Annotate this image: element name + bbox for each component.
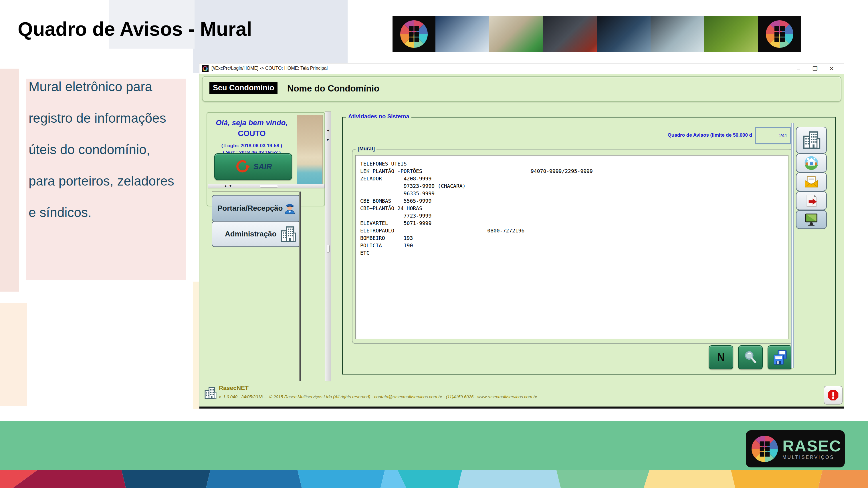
buildings-icon xyxy=(279,225,297,243)
save-button[interactable] xyxy=(768,345,792,369)
body-line: e síndicos. xyxy=(29,197,174,228)
rasec-ball-icon xyxy=(400,20,428,48)
splitter-right-icon[interactable]: ► xyxy=(325,137,331,141)
login-time: ( LogIn: 2018-06-03 19:58 ) xyxy=(207,143,297,149)
photo-cleaning xyxy=(489,16,543,52)
rasec-ball-icon xyxy=(766,20,793,48)
buildings-icon xyxy=(204,385,217,401)
toolbar-button-export[interactable] xyxy=(796,191,827,210)
mural-textarea[interactable]: TELEFONES UTEIS LEK PLANTÃO -PORTÕES 940… xyxy=(355,155,788,339)
condo-header: Seu Condomínio Nome do Condomínio xyxy=(202,76,841,102)
photo-security-guard xyxy=(543,16,597,52)
fieldset-legend: Atividades no Sistema xyxy=(346,113,411,120)
sidebar-divider xyxy=(212,192,299,192)
version-text: v. 1.0.040 - 24/05/2018 -- .© 2015 Rasec… xyxy=(219,394,537,399)
window-title: [//ExcPrc/Login/HOME] -> COUTO: HOME: Te… xyxy=(211,66,328,71)
footer-banner xyxy=(0,470,868,488)
photo-operator-monitors xyxy=(651,16,704,52)
new-button-label: N xyxy=(717,351,725,363)
welcome-panel: Olá, seja bem vindo, COUTO ( LogIn: 2018… xyxy=(207,112,325,206)
brand-band: RASEC MULTISERVIÇOS xyxy=(0,421,868,470)
home-icon xyxy=(804,156,818,170)
toolbar-separator xyxy=(791,123,794,368)
activities-fieldset: Atividades no Sistema Quadro de Avisos (… xyxy=(342,117,836,375)
minimize-button[interactable]: – xyxy=(790,65,807,72)
user-name: COUTO xyxy=(207,129,297,138)
quadro-avisos-label: Quadro de Avisos (limite de 50.000 d xyxy=(515,132,752,138)
rasec-logo-subtext: MULTISERVIÇOS xyxy=(782,455,841,460)
body-line: Mural eletrônico para xyxy=(29,71,174,102)
scroll-arrows-icon[interactable]: ▲▼ xyxy=(224,184,234,188)
menu-item-label: Administração xyxy=(225,230,277,238)
app-footer: RasecNET v. 1.0.040 - 24/05/2018 -- .© 2… xyxy=(199,382,844,404)
window-titlebar[interactable]: [//ExcPrc/Login/HOME] -> COUTO: HOME: Te… xyxy=(199,63,844,74)
rasec-logo-text: RASEC xyxy=(782,438,841,454)
body-line: para porteiros, zeladores xyxy=(29,165,174,197)
menu-item-portaria[interactable]: Portaria/Recepção xyxy=(212,195,300,222)
police-officer-icon xyxy=(283,199,297,218)
rasec-logo: RASEC MULTISERVIÇOS xyxy=(746,430,845,467)
export-arrow-icon xyxy=(804,194,818,208)
close-button[interactable]: ✕ xyxy=(824,65,840,72)
slide-body-text: Mural eletrônico para registro de inform… xyxy=(29,71,174,228)
body-line: úteis do condomínio, xyxy=(29,134,174,165)
greeting-text: Olá, seja bem vindo, xyxy=(207,118,297,127)
background-decoration xyxy=(0,303,27,406)
sidebar-divider xyxy=(299,192,301,381)
mail-icon xyxy=(804,175,818,189)
photo-control-room xyxy=(597,16,651,52)
alert-button[interactable] xyxy=(824,386,842,404)
app-window: [//ExcPrc/Login/HOME] -> COUTO: HOME: Te… xyxy=(199,63,844,409)
floppy-disk-icon xyxy=(772,349,788,365)
condo-pool-photo xyxy=(297,115,323,188)
sair-label: SAIR xyxy=(253,162,272,171)
photo-strip xyxy=(393,16,801,52)
background-decoration xyxy=(0,69,19,292)
maximize-button[interactable]: ❐ xyxy=(807,65,824,72)
scroll-thumb[interactable] xyxy=(260,185,278,188)
new-button[interactable]: N xyxy=(709,345,733,369)
condo-name: Nome do Condomínio xyxy=(287,84,379,94)
body-line: registro de informações xyxy=(29,102,174,134)
mural-group-label: [Mural] xyxy=(356,146,376,152)
toolbar-button-monitor[interactable] xyxy=(796,210,827,229)
logout-arrow-icon xyxy=(235,159,249,174)
panel-splitter[interactable]: ◄ ► xyxy=(325,111,331,381)
photo-meeting xyxy=(435,16,489,52)
rasec-logo-icon xyxy=(758,16,801,52)
sair-logout-button[interactable]: SAIR xyxy=(214,153,292,180)
quadro-count-box[interactable]: 241 xyxy=(755,127,791,144)
menu-item-label: Portaria/Recepção xyxy=(217,204,283,213)
splitter-grip[interactable] xyxy=(327,245,330,253)
rasec-logo-icon xyxy=(393,16,435,52)
sidebar-scrollbar[interactable]: ▲▼ xyxy=(208,184,325,188)
search-button[interactable] xyxy=(738,345,763,369)
splitter-left-icon[interactable]: ◄ xyxy=(325,128,331,132)
mural-group: [Mural] TELEFONES UTEIS LEK PLANTÃO -POR… xyxy=(352,149,793,344)
magnifier-icon xyxy=(743,350,758,365)
mural-text[interactable]: TELEFONES UTEIS LEK PLANTÃO -PORTÕES 940… xyxy=(355,156,788,257)
condo-badge: Seu Condomínio xyxy=(210,82,278,94)
window-icon xyxy=(202,65,209,72)
menu-item-administracao[interactable]: Administração xyxy=(212,221,300,247)
monitor-icon xyxy=(804,212,819,227)
slide-title: Quadro de Avisos - Mural xyxy=(18,18,252,40)
photo-gardening xyxy=(704,16,758,52)
rasec-ball-icon xyxy=(751,436,778,462)
alert-octagon-icon xyxy=(827,389,839,401)
app-name: RasecNET xyxy=(219,385,249,391)
toolbar-button-home[interactable] xyxy=(796,154,827,172)
buildings-icon xyxy=(801,130,822,150)
toolbar-button-mail[interactable] xyxy=(796,172,827,191)
toolbar-button-buildings[interactable] xyxy=(796,127,827,154)
